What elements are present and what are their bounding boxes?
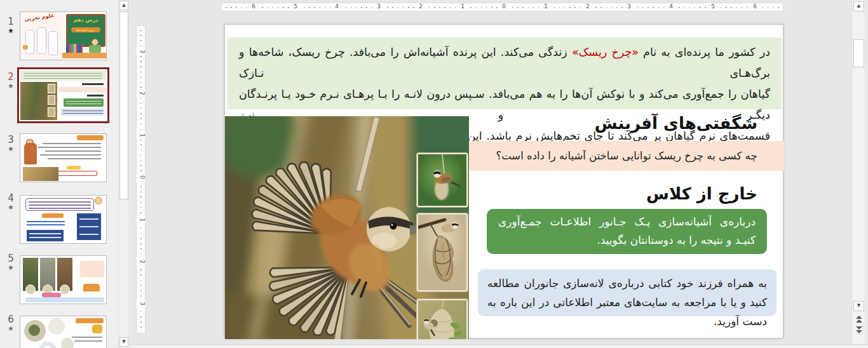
main-scrollbar[interactable]: ▲ ▼ — [851, 0, 865, 348]
thumbnail-slide-6[interactable] — [20, 316, 107, 348]
thumbnail-art-photo — [23, 258, 38, 291]
ruler-number: 2 — [416, 3, 425, 11]
vertical-ruler: 3 2 1 0 1 2 3 — [136, 25, 146, 333]
thumbnail-slide-3[interactable] — [20, 133, 107, 182]
thumbnail-art — [67, 166, 81, 170]
animation-star-icon: ★ — [4, 264, 18, 272]
wonders-heading[interactable]: شگفتی‌های آفرینش — [469, 114, 783, 133]
thumbnail-art — [89, 45, 101, 53]
scroll-up-icon[interactable]: ▲ — [119, 1, 128, 10]
thumbnail-art — [92, 325, 102, 333]
thumbnail-art — [61, 109, 105, 116]
thumbnail-slide-4[interactable] — [20, 195, 107, 244]
thumbnail-art — [25, 198, 94, 211]
thumbnail-art-photo — [61, 338, 74, 348]
thumbnail-art — [62, 53, 107, 58]
slide-4-number: 4 — [4, 192, 18, 204]
ruler-number: 6 — [249, 3, 258, 11]
next-slide-button[interactable] — [855, 326, 863, 335]
thumbnail-art — [72, 337, 102, 338]
thumbnail-slide-2-selected[interactable] — [17, 67, 109, 123]
animation-star-icon: ★ — [4, 203, 18, 211]
wonders-question-box[interactable]: چه کسی به چرخ ریسک توانایی ساختن آشیانه … — [469, 141, 784, 171]
thumbnail-art — [42, 293, 61, 297]
thumbnail-art — [27, 230, 64, 241]
thumbnail-art — [24, 143, 37, 164]
previous-slide-button[interactable] — [855, 316, 863, 324]
thumbnail-art — [58, 87, 106, 92]
ruler-number: 1 — [458, 3, 467, 11]
thumbnail-art — [77, 213, 101, 240]
parent-note-box[interactable]: به همراه فرزند خود کتابی درباره‌ی لانه‌س… — [478, 269, 776, 316]
presentation-editor: 1 ★ علوم تجربی درس دهم درون آشیانه‌ها 2 … — [0, 0, 868, 348]
thumbnail-art — [45, 151, 101, 152]
ruler-number: 2 — [583, 3, 592, 11]
thumbnail-slide-1[interactable]: علوم تجربی درس دهم درون آشیانه‌ها — [20, 11, 107, 60]
scroll-down-icon[interactable]: ▼ — [853, 301, 864, 311]
thumbnail-art — [43, 143, 101, 144]
ruler-number: 1 — [137, 131, 146, 140]
thumbnail-art — [64, 98, 104, 107]
horizontal-ruler: 6 5 4 3 2 1 0 1 2 3 4 5 6 — [221, 3, 783, 11]
thumbnail-art-photo — [38, 342, 57, 348]
ruler-number: 5 — [709, 3, 717, 11]
nest-inset-photo-3 — [417, 299, 468, 339]
thumbnail-art — [76, 318, 104, 323]
thumbnail-art — [20, 70, 106, 81]
window-bottom-edge — [130, 344, 868, 348]
ruler-number: 4 — [332, 3, 341, 11]
thumbnail-art — [27, 221, 65, 227]
thumbnail-art — [48, 31, 58, 55]
scroll-up-icon[interactable]: ▲ — [853, 1, 864, 11]
thumbnail-art — [95, 197, 102, 204]
slide-canvas[interactable]: در کشور ما پرنده‌ای به نام «چرخ ریسک» زن… — [224, 24, 783, 338]
ruler-number: 4 — [667, 3, 675, 11]
ruler-number: 6 — [750, 3, 759, 11]
slide-5-number: 5 — [4, 253, 18, 264]
thumbnail-art-photo — [24, 320, 46, 342]
ruler-number: 3 — [374, 3, 383, 11]
ruler-number: 3 — [137, 48, 146, 56]
thumbnail-art — [66, 44, 83, 53]
slide-1-number: 1 — [4, 16, 18, 27]
thumbnail-art-photo — [57, 258, 72, 291]
thumbnail-art — [37, 147, 101, 148]
slide-3-number: 3 — [4, 134, 18, 145]
thumbnail-art-photo — [40, 258, 55, 291]
thumbnail-slide-1-subtitle: درون آشیانه‌ها — [71, 27, 100, 32]
thumbnail-art — [77, 135, 104, 140]
ruler-number: 0 — [499, 3, 508, 11]
ruler-number: 1 — [137, 216, 146, 224]
main-scrollbar-thumb[interactable] — [853, 39, 864, 67]
highlighted-bird-name: «چرخ ریسک» — [572, 46, 639, 58]
thumbnail-art-photo — [23, 167, 58, 181]
slide-thumbnail-panel: 1 ★ علوم تجربی درس دهم درون آشیانه‌ها 2 … — [0, 0, 118, 348]
ruler-number: 2 — [137, 258, 146, 266]
thumbnail-art-photo — [48, 318, 65, 335]
outside-class-heading[interactable]: خارج از کلاس — [469, 184, 783, 203]
thumbnail-art — [80, 261, 104, 278]
thumbnail-art — [42, 213, 64, 218]
outside-class-task-box[interactable]: درباره‌ی آشیانه‌سازی یـک جـانور اطلاعـات… — [487, 209, 767, 254]
thumbnail-art — [82, 83, 104, 85]
thumbnail-art — [87, 95, 104, 97]
thumbnail-art — [83, 284, 100, 291]
thumbnail-art — [74, 340, 102, 342]
slide-6-number: 6 — [4, 314, 18, 325]
scroll-down-icon[interactable]: ▼ — [119, 337, 128, 347]
thumbnail-scrollbar-thumb[interactable] — [119, 11, 128, 199]
bird-photo[interactable] — [225, 116, 469, 339]
thumbnail-slide-1-title: درس دهم — [69, 17, 103, 23]
animation-star-icon: ★ — [4, 82, 18, 90]
intro-paragraph-textbox[interactable]: در کشور ما پرنده‌ای به نام «چرخ ریسک» زن… — [227, 37, 782, 109]
thumbnail-art-photo — [20, 82, 57, 120]
ruler-number: 2 — [137, 90, 146, 98]
slide-2-number: 2 — [4, 71, 18, 83]
ruler-number: 0 — [137, 173, 146, 182]
animation-star-icon: ★ — [4, 325, 18, 333]
thumbnail-art — [37, 27, 46, 54]
nest-inset-photo-2 — [417, 213, 468, 291]
thumbnail-scrollbar[interactable]: ▲ ▼ — [118, 0, 128, 348]
thumbnail-art — [40, 154, 101, 156]
thumbnail-slide-5[interactable] — [20, 255, 107, 304]
